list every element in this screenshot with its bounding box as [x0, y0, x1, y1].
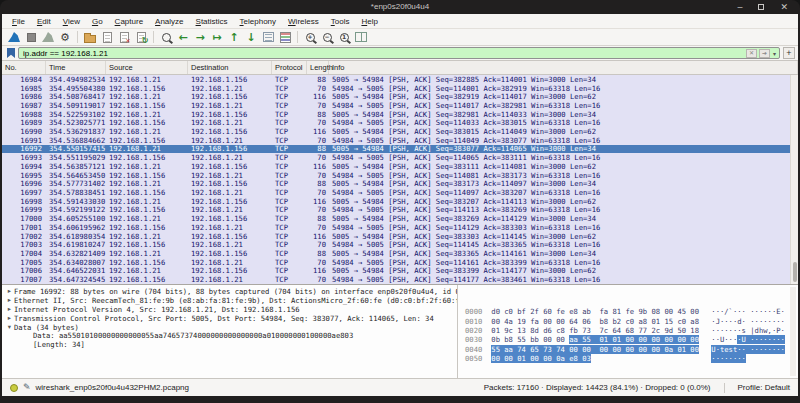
detail-line[interactable]: ▸Frame 16992: 88 bytes on wire (704 bits…: [2, 287, 457, 296]
packet-row[interactable]: 16994354.563857121192.168.1.21192.168.1.…: [2, 162, 798, 171]
detail-line[interactable]: ▾Data (34 bytes): [2, 323, 457, 332]
expert-info-icon[interactable]: [10, 384, 18, 392]
auto-scroll-button[interactable]: [260, 30, 276, 45]
restart-capture-button[interactable]: [40, 30, 56, 45]
zoom-in-button[interactable]: +: [302, 30, 318, 45]
apply-filter-icon[interactable]: ➔: [759, 49, 770, 58]
go-to-packet-button[interactable]: ↦: [209, 30, 225, 45]
hex-row[interactable]: 0000d0 c0 bf 2f 60 fe e8 ab fa 81 fe 9b …: [465, 307, 798, 316]
menu-capture[interactable]: Capture: [109, 17, 149, 26]
packet-cell: 354.646522031: [46, 266, 106, 275]
packet-row[interactable]: 16986354.508768417192.168.1.21192.168.1.…: [2, 92, 798, 101]
detail-line[interactable]: Data: aa55010100000000000055aa7465737400…: [2, 331, 457, 340]
packet-list-scrollbar[interactable]: [790, 75, 798, 284]
packet-cell: TCP: [272, 101, 307, 110]
column-header-protocol[interactable]: Protocol: [272, 61, 307, 74]
menu-go[interactable]: Go: [86, 17, 109, 26]
expander-icon[interactable]: ▸: [5, 314, 14, 322]
stop-capture-button[interactable]: [23, 30, 39, 45]
column-header-no[interactable]: No.: [2, 61, 46, 74]
filter-dropdown-icon[interactable]: ▾: [772, 50, 777, 57]
menu-tools[interactable]: Tools: [325, 17, 356, 26]
menu-wireless[interactable]: Wireless: [282, 17, 325, 26]
maximize-icon[interactable]: [758, 4, 764, 10]
filter-bookmark-icon[interactable]: [7, 48, 15, 58]
packet-row[interactable]: 16995354.564653450192.168.1.156192.168.1…: [2, 171, 798, 180]
hex-row[interactable]: 001000 4a 19 fa 00 00 64 06 b8 b2 c0 a8 …: [465, 316, 798, 325]
menu-statistics[interactable]: Statistics: [190, 17, 234, 26]
menu-edit[interactable]: Edit: [31, 17, 57, 26]
go-first-button[interactable]: ↑: [226, 30, 242, 45]
add-filter-button[interactable]: +: [783, 47, 795, 59]
packet-cell: 70: [307, 136, 329, 145]
minimize-icon[interactable]: –: [737, 3, 742, 12]
hex-pane-scrollbar[interactable]: [790, 287, 796, 376]
go-back-button[interactable]: ←: [175, 30, 191, 45]
scrollbar-thumb[interactable]: [793, 262, 797, 282]
menu-file[interactable]: File: [6, 17, 31, 26]
packet-row[interactable]: 16997354.578838451192.168.1.156192.168.1…: [2, 188, 798, 197]
packet-row[interactable]: 16998354.591433030192.168.1.21192.168.1.…: [2, 197, 798, 206]
detail-line[interactable]: [Length: 34]: [2, 340, 457, 349]
packet-row[interactable]: 17004354.632821409192.168.1.21192.168.1.…: [2, 249, 798, 258]
packet-row[interactable]: 16996354.577731402192.168.1.21192.168.1.…: [2, 179, 798, 188]
menu-view[interactable]: View: [57, 17, 86, 26]
hex-row[interactable]: 005000 00 01 00 00 0a e8 03········: [465, 354, 798, 363]
hex-row[interactable]: 004055 aa 74 65 73 74 00 00 00 00 00 00 …: [465, 345, 798, 354]
packet-cell: 116: [307, 92, 329, 101]
menu-analyze[interactable]: Analyze: [149, 17, 189, 26]
packet-row[interactable]: 16984354.494982534192.168.1.21192.168.1.…: [2, 75, 798, 84]
packet-row[interactable]: 16991354.536884662192.168.1.156192.168.1…: [2, 136, 798, 145]
column-header-source[interactable]: Source: [106, 61, 188, 74]
resize-columns-button[interactable]: [353, 30, 369, 45]
packet-row[interactable]: 16990354.536291837192.168.1.21192.168.1.…: [2, 127, 798, 136]
start-capture-button[interactable]: [6, 30, 22, 45]
detail-line[interactable]: ▸Internet Protocol Version 4, Src: 192.1…: [2, 305, 457, 314]
reload-file-button[interactable]: [133, 30, 149, 45]
column-header-info[interactable]: Info: [329, 61, 798, 74]
packet-row[interactable]: 16988354.522593102192.168.1.21192.168.1.…: [2, 110, 798, 119]
go-last-button[interactable]: ↓: [243, 30, 259, 45]
capture-comment-icon[interactable]: ✎: [23, 383, 31, 392]
hex-plain: 0b b8 55 bb 00 00: [491, 335, 569, 344]
hex-row[interactable]: 002001 9c 13 8d d6 c8 fb 73 7c 64 68 77 …: [465, 326, 798, 335]
column-header-time[interactable]: Time: [46, 61, 106, 74]
column-header-destination[interactable]: Destination: [188, 61, 272, 74]
packet-row[interactable]: 16985354.495504380192.168.1.156192.168.1…: [2, 84, 798, 93]
expander-icon[interactable]: ▾: [5, 323, 14, 331]
zoom-reset-button[interactable]: 1: [336, 30, 352, 45]
packet-row[interactable]: 16992354.550157415192.168.1.21192.168.1.…: [2, 145, 798, 154]
save-file-button[interactable]: [99, 30, 115, 45]
packet-row[interactable]: 17002354.618980354192.168.1.21192.168.1.…: [2, 232, 798, 241]
packet-row[interactable]: 16989354.523025771192.168.1.156192.168.1…: [2, 119, 798, 128]
hex-row[interactable]: 00300b b8 55 bb 00 00 aa 55 01 01 00 00 …: [465, 335, 798, 344]
packet-row[interactable]: 17007354.647324545192.168.1.156192.168.1…: [2, 275, 798, 284]
profile-selector[interactable]: Profile: Default: [738, 383, 790, 392]
find-packet-button[interactable]: [158, 30, 174, 45]
packet-row[interactable]: 17005354.634028007192.168.1.156192.168.1…: [2, 258, 798, 267]
packet-row[interactable]: 17000354.605255100192.168.1.21192.168.1.…: [2, 214, 798, 223]
column-header-length[interactable]: Length: [307, 61, 329, 74]
expander-icon[interactable]: ▸: [5, 296, 14, 304]
packet-row[interactable]: 16987354.509119017192.168.1.156192.168.1…: [2, 101, 798, 110]
close-file-button[interactable]: [116, 30, 132, 45]
expander-icon[interactable]: ▸: [5, 287, 14, 295]
capture-options-button[interactable]: ⚙: [57, 30, 73, 45]
zoom-out-button[interactable]: −: [319, 30, 335, 45]
packet-row[interactable]: 16999354.592199122192.168.1.156192.168.1…: [2, 206, 798, 215]
packet-row[interactable]: 17003354.619810247192.168.1.156192.168.1…: [2, 240, 798, 249]
colorize-button[interactable]: [277, 30, 293, 45]
menu-help[interactable]: Help: [355, 17, 383, 26]
packet-row[interactable]: 17001354.606195962192.168.1.156192.168.1…: [2, 223, 798, 232]
display-filter-input[interactable]: [21, 48, 744, 58]
packet-row[interactable]: 17006354.646522031192.168.1.21192.168.1.…: [2, 266, 798, 275]
clear-filter-icon[interactable]: ✕: [746, 49, 757, 58]
expander-icon[interactable]: ▸: [5, 305, 14, 313]
detail-line[interactable]: ▸Transmission Control Protocol, Src Port…: [2, 314, 457, 323]
detail-line[interactable]: ▸Ethernet II, Src: ReecamTech_81:fe:9b (…: [2, 296, 457, 305]
packet-row[interactable]: 16993354.551195029192.168.1.156192.168.1…: [2, 153, 798, 162]
go-forward-button[interactable]: →: [192, 30, 208, 45]
close-icon[interactable]: ✕: [780, 3, 788, 12]
open-file-button[interactable]: [82, 30, 98, 45]
menu-telephony[interactable]: Telephony: [234, 17, 282, 26]
